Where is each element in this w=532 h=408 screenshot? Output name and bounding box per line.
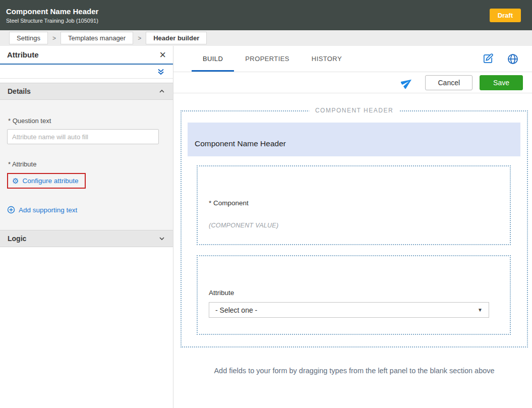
details-label: Details <box>8 87 31 95</box>
sidebar-attribute-panel: Attribute × Details * Ques <box>0 46 173 408</box>
attribute-select-value: - Select one - <box>215 306 257 314</box>
question-text-input[interactable] <box>7 129 159 144</box>
top-header: Component Name Header Steel Structure Tr… <box>0 0 532 30</box>
chevron-down-icon <box>158 235 165 242</box>
tab-build[interactable]: BUILD <box>192 46 234 72</box>
attribute-select[interactable]: - Select one - ▼ <box>209 302 489 318</box>
collapse-all-icon[interactable] <box>157 68 165 76</box>
drag-hint-text: Add fields to your form by dragging type… <box>181 367 528 375</box>
section-header-logic[interactable]: Logic <box>0 230 173 247</box>
form-canvas: COMPONENT HEADER Component Name Header *… <box>173 93 532 408</box>
component-value-placeholder: (COMPONENT VALUE) <box>209 222 510 229</box>
send-icon[interactable] <box>401 77 413 89</box>
sidebar-header: Attribute × <box>0 46 173 65</box>
attribute-field-box[interactable]: Attribute - Select one - ▼ <box>197 255 511 335</box>
close-icon[interactable]: × <box>159 49 166 61</box>
details-body: * Question text * Attribute ⚙ Configure … <box>0 100 173 230</box>
gear-icon: ⚙ <box>12 177 19 185</box>
add-supporting-text-label: Add supporting text <box>19 206 77 214</box>
component-name-header-band[interactable]: Component Name Header <box>188 123 520 156</box>
content-row: Attribute × Details * Ques <box>0 46 532 408</box>
page-subtitle: Steel Structure Training Job (105091) <box>6 18 98 24</box>
add-supporting-text-link[interactable]: Add supporting text <box>7 206 77 214</box>
breadcrumb: Settings > Templates manager > Header bu… <box>0 30 532 46</box>
collapse-row <box>0 65 173 79</box>
screen: Component Name Header Steel Structure Tr… <box>0 0 532 408</box>
dropdown-arrow-icon: ▼ <box>478 307 483 313</box>
breadcrumb-header-builder[interactable]: Header builder <box>146 32 207 44</box>
breadcrumb-templates-manager[interactable]: Templates manager <box>61 32 133 44</box>
breadcrumb-separator: > <box>52 35 56 42</box>
save-button[interactable]: Save <box>480 75 523 90</box>
draft-status-button[interactable]: Draft <box>490 9 521 22</box>
attribute-field-label: Attribute <box>209 256 510 297</box>
annotation-highlight: ⚙ Configure attribute <box>7 173 86 189</box>
globe-icon[interactable] <box>507 53 519 65</box>
sidebar-title: Attribute <box>7 50 39 59</box>
section-header-details[interactable]: Details <box>0 83 173 100</box>
cancel-button[interactable]: Cancel <box>425 75 472 90</box>
component-field-box[interactable]: * Component (COMPONENT VALUE) <box>197 165 511 245</box>
component-field-label: * Component <box>209 166 510 207</box>
tab-history[interactable]: HISTORY <box>301 46 353 72</box>
main-area: BUILD PROPERTIES HISTORY <box>173 46 532 408</box>
section-label: COMPONENT HEADER <box>309 107 399 114</box>
question-text-label: * Question text <box>8 117 165 125</box>
configure-attribute-label: Configure attribute <box>22 177 78 185</box>
header-titles: Component Name Header Steel Structure Tr… <box>6 7 98 24</box>
plus-circle-icon <box>7 206 15 214</box>
breadcrumb-separator: > <box>138 35 141 42</box>
logic-label: Logic <box>8 235 26 243</box>
action-bar: Cancel Save <box>173 72 532 93</box>
tab-bar-icons <box>482 46 532 72</box>
add-supporting-text-row: Add supporting text <box>7 206 166 216</box>
component-header-section: COMPONENT HEADER Component Name Header *… <box>181 110 528 347</box>
edit-icon[interactable] <box>482 53 494 65</box>
tab-bar: BUILD PROPERTIES HISTORY <box>173 46 532 72</box>
page-title: Component Name Header <box>6 7 98 16</box>
configure-attribute-link[interactable]: ⚙ Configure attribute <box>12 177 79 185</box>
tab-properties[interactable]: PROPERTIES <box>234 46 301 72</box>
attribute-label: * Attribute <box>8 160 165 168</box>
chevron-up-icon <box>158 88 165 95</box>
breadcrumb-settings[interactable]: Settings <box>9 32 48 44</box>
